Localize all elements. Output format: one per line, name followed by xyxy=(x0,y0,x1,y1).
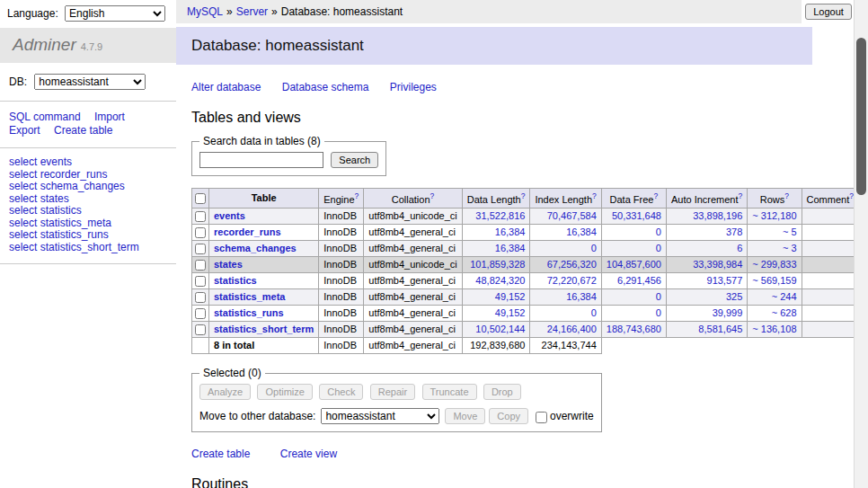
index-length-link[interactable]: 72,220,672 xyxy=(547,275,597,286)
index-length-link[interactable]: 0 xyxy=(591,307,597,318)
data-length-link[interactable]: 101,859,328 xyxy=(470,259,525,270)
table-link[interactable]: statistics xyxy=(214,275,257,286)
sidebar-item-select-schema-changes[interactable]: select schema_changes xyxy=(9,181,167,193)
adminer-logo-link[interactable]: Adminer xyxy=(13,35,76,54)
sidebar-item-select-statistics[interactable]: select statistics xyxy=(9,205,167,217)
auto-increment-link[interactable]: 913,577 xyxy=(707,275,743,286)
data-length-link[interactable]: 31,522,816 xyxy=(475,210,525,221)
scrollbar-thumb[interactable] xyxy=(856,38,866,195)
alter-database-link[interactable]: Alter database xyxy=(191,81,261,93)
table-link[interactable]: statistics_short_term xyxy=(214,324,314,334)
data-length-link[interactable]: 49,152 xyxy=(495,307,526,318)
row-checkbox[interactable] xyxy=(195,308,206,319)
select-all-checkbox[interactable] xyxy=(195,193,206,204)
table-link[interactable]: events xyxy=(214,210,245,221)
row-checkbox[interactable] xyxy=(195,260,206,271)
row-checkbox[interactable] xyxy=(195,276,206,287)
move-db-select[interactable]: homeassistant xyxy=(321,408,439,424)
optimize-button[interactable]: Optimize xyxy=(257,384,312,400)
data-free-link[interactable]: 6,291,456 xyxy=(617,275,661,286)
data-free-link[interactable]: 188,743,680 xyxy=(607,324,661,334)
help-link-icon[interactable]: ? xyxy=(784,191,789,200)
overwrite-checkbox[interactable] xyxy=(536,412,547,423)
auto-increment-link[interactable]: 325 xyxy=(726,291,742,302)
rows-count-link[interactable]: ~ 312,180 xyxy=(752,210,796,221)
data-length-link[interactable]: 48,824,320 xyxy=(475,275,525,286)
row-checkbox[interactable] xyxy=(195,244,206,254)
data-free-link[interactable]: 0 xyxy=(656,243,661,253)
sidebar-item-select-statistics-short-term[interactable]: select statistics_short_term xyxy=(9,242,167,254)
table-link[interactable]: recorder_runs xyxy=(214,226,281,237)
auto-increment-link[interactable]: 6 xyxy=(737,243,742,253)
rows-count-link[interactable]: ~ 628 xyxy=(772,307,797,318)
auto-increment-link[interactable]: 33,398,984 xyxy=(693,259,742,270)
rows-count-link[interactable]: ~ 136,108 xyxy=(752,324,796,334)
copy-button[interactable]: Copy xyxy=(489,408,528,424)
check-button[interactable]: Check xyxy=(319,384,363,400)
sidebar-item-select-states[interactable]: select states xyxy=(9,193,167,206)
index-length-link[interactable]: 0 xyxy=(591,243,597,253)
drop-button[interactable]: Drop xyxy=(483,384,521,400)
data-free-link[interactable]: 50,331,648 xyxy=(612,210,661,221)
create-view-link[interactable]: Create view xyxy=(280,448,337,460)
sidebar-link-create-table[interactable]: Create table xyxy=(54,124,112,137)
rows-count-link[interactable]: ~ 5 xyxy=(783,226,797,237)
data-free-link[interactable]: 0 xyxy=(656,226,661,237)
sidebar-item-select-statistics-meta[interactable]: select statistics_meta xyxy=(9,217,167,230)
table-link[interactable]: states xyxy=(214,259,243,270)
index-length-link[interactable]: 16,384 xyxy=(566,291,597,302)
privileges-link[interactable]: Privileges xyxy=(390,81,437,93)
rows-count-link[interactable]: ~ 244 xyxy=(772,291,797,302)
truncate-button[interactable]: Truncate xyxy=(422,384,477,400)
analyze-button[interactable]: Analyze xyxy=(199,384,251,400)
row-checkbox[interactable] xyxy=(195,211,206,222)
data-free-link[interactable]: 0 xyxy=(656,307,661,318)
auto-increment-link[interactable]: 378 xyxy=(726,226,742,237)
create-table-link[interactable]: Create table xyxy=(191,448,250,460)
row-checkbox[interactable] xyxy=(195,292,206,303)
index-length-link[interactable]: 16,384 xyxy=(566,226,597,237)
index-length-link[interactable]: 67,256,320 xyxy=(547,259,597,270)
database-schema-link[interactable]: Database schema xyxy=(282,81,369,93)
repair-button[interactable]: Repair xyxy=(370,384,415,400)
table-link[interactable]: statistics_runs xyxy=(214,307,284,318)
data-free-link[interactable]: 104,857,600 xyxy=(607,259,661,270)
data-length-link[interactable]: 10,502,144 xyxy=(475,324,525,334)
table-link[interactable]: statistics_meta xyxy=(214,291,286,302)
auto-increment-link[interactable]: 33,898,196 xyxy=(693,210,742,221)
search-input[interactable] xyxy=(199,152,323,168)
move-button[interactable]: Move xyxy=(445,408,485,424)
db-select[interactable]: homeassistant xyxy=(34,74,146,90)
help-link-icon[interactable]: ? xyxy=(592,191,597,200)
vertical-scrollbar[interactable] xyxy=(854,0,868,488)
rows-count-link[interactable]: ~ 299,833 xyxy=(752,259,796,270)
auto-increment-link[interactable]: 8,581,645 xyxy=(698,324,742,334)
data-length-link[interactable]: 49,152 xyxy=(495,291,526,302)
rows-count-link[interactable]: ~ 569,159 xyxy=(752,275,796,286)
sidebar-item-select-statistics-runs[interactable]: select statistics_runs xyxy=(9,229,167,242)
sidebar-link-sql-command[interactable]: SQL command xyxy=(9,111,81,123)
index-length-link[interactable]: 70,467,584 xyxy=(547,210,597,221)
data-length-link[interactable]: 16,384 xyxy=(495,226,526,237)
search-button[interactable]: Search xyxy=(331,152,378,168)
table-link[interactable]: schema_changes xyxy=(214,243,297,253)
help-link-icon[interactable]: ? xyxy=(739,191,743,200)
index-length-link[interactable]: 24,166,400 xyxy=(547,324,597,334)
rows-count-link[interactable]: ~ 3 xyxy=(783,243,797,253)
sidebar-item-select-events[interactable]: select events xyxy=(9,156,167,169)
sidebar-link-export[interactable]: Export xyxy=(9,124,40,137)
breadcrumb-link-server[interactable]: Server xyxy=(236,5,268,18)
help-link-icon[interactable]: ? xyxy=(355,191,359,200)
logout-button[interactable]: Logout xyxy=(805,4,852,20)
help-link-icon[interactable]: ? xyxy=(521,191,526,200)
help-link-icon[interactable]: ? xyxy=(653,191,658,200)
auto-increment-link[interactable]: 39,999 xyxy=(713,307,743,318)
data-free-link[interactable]: 0 xyxy=(656,291,661,302)
sidebar-link-import[interactable]: Import xyxy=(94,111,125,123)
data-length-link[interactable]: 16,384 xyxy=(495,243,526,253)
breadcrumb-link-mysql[interactable]: MySQL xyxy=(187,5,223,18)
language-select[interactable]: English xyxy=(65,5,165,22)
help-link-icon[interactable]: ? xyxy=(430,191,435,200)
row-checkbox[interactable] xyxy=(195,324,206,335)
row-checkbox[interactable] xyxy=(195,227,206,238)
